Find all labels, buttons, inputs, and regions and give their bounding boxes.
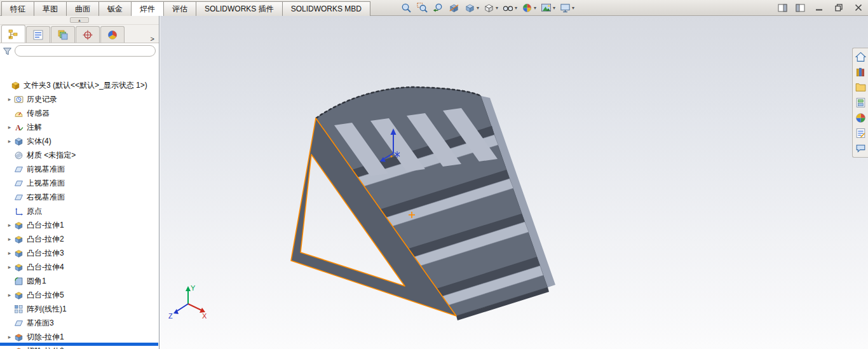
panel-tab-propertymanager[interactable] [26, 26, 50, 43]
ribbon-tab-features[interactable]: 特征 [1, 1, 34, 16]
tree-item-label: 切除-拉伸2 [27, 346, 64, 349]
minimize-button[interactable] [813, 2, 825, 13]
previous-view-button[interactable] [431, 1, 445, 15]
part-model[interactable] [291, 87, 555, 320]
taskpane-custom-properties-button[interactable] [854, 127, 867, 140]
tree-item-label: 凸台-拉伸3 [27, 248, 64, 259]
tree-item-annotations[interactable]: ▸A注解 [0, 120, 159, 134]
tree-item-part-name[interactable]: 文件夹3 (默认<<默认>_显示状态 1>) [0, 78, 159, 92]
tree-item-material[interactable]: 材质 <未指定> [0, 148, 159, 162]
view-palette-icon [855, 97, 867, 109]
tree-item-linear-pattern1[interactable]: 阵列(线性)1 [0, 302, 159, 316]
tree-item-fillet1[interactable]: 圆角1 [0, 274, 159, 288]
close-button[interactable] [853, 2, 864, 13]
panel-tab-featuremanager[interactable] [1, 25, 25, 43]
expand-arrow-icon[interactable]: ▸ [5, 124, 14, 130]
tree-item-cut-extrude1[interactable]: ▸切除-拉伸1 [0, 330, 159, 344]
dropdown-caret-icon: ▾ [515, 6, 517, 11]
cut-extrude-icon [14, 332, 24, 342]
selected-tree-row-partial[interactable] [0, 343, 158, 346]
tree-item-origin[interactable]: 原点 [0, 204, 159, 218]
pane-buttons [776, 2, 806, 13]
tree-item-label: 注解 [27, 122, 42, 133]
expand-arrow-icon[interactable]: ▸ [5, 222, 14, 228]
tree-item-boss-extrude5[interactable]: ▸凸台-拉伸5 [0, 288, 159, 302]
graphics-viewport[interactable]: Y X Z [160, 16, 868, 349]
tree-item-label: 文件夹3 (默认<<默认>_显示状态 1>) [24, 80, 147, 91]
tree-item-plane3[interactable]: 基准面3 [0, 316, 159, 330]
zoom-area-button[interactable] [415, 1, 430, 15]
tree-item-label: 基准面3 [27, 318, 54, 329]
panel-tabs-overflow-button[interactable]: > [151, 35, 154, 43]
tree-item-solid-bodies[interactable]: ▸实体(4) [0, 134, 159, 148]
tree-item-front-plane[interactable]: 前视基准面 [0, 162, 159, 176]
edit-appearance-button[interactable]: ▾ [520, 1, 538, 15]
taskpane-home-button[interactable] [854, 50, 867, 64]
expand-arrow-icon[interactable]: ▸ [5, 138, 14, 144]
pane-toggle-left-button[interactable] [776, 2, 788, 13]
display-style-button[interactable]: ▾ [482, 1, 499, 15]
hide-show-items-button[interactable]: ▾ [501, 1, 519, 15]
tree-item-history[interactable]: ▸历史记录 [0, 92, 159, 106]
triad-x-label: X [202, 312, 207, 320]
tree-item-boss-extrude4[interactable]: ▸凸台-拉伸4 [0, 260, 159, 274]
tree-item-label: 凸台-拉伸1 [27, 220, 64, 231]
expand-arrow-icon[interactable]: ▸ [5, 292, 14, 298]
expand-arrow-icon[interactable]: ▸ [5, 250, 14, 256]
window-controls [813, 2, 864, 13]
tree-item-boss-extrude1[interactable]: ▸凸台-拉伸1 [0, 218, 159, 232]
restore-button[interactable] [833, 2, 844, 13]
apply-scene-button[interactable]: ▾ [539, 1, 557, 15]
triad-y-label: Y [191, 284, 196, 292]
zoom-to-fit-button[interactable] [399, 1, 414, 15]
expand-arrow-icon[interactable]: ▸ [5, 334, 14, 340]
ribbon-tab-solidworks-mbd[interactable]: SOLIDWORKS MBD [282, 1, 370, 16]
tree-item-label: 凸台-拉伸5 [27, 290, 64, 301]
coordinate-triad: Y X Z [168, 284, 207, 320]
tree-item-top-plane[interactable]: 上视基准面 [0, 176, 159, 190]
tree-item-right-plane[interactable]: 右视基准面 [0, 190, 159, 204]
tree-item-boss-extrude2[interactable]: ▸凸台-拉伸2 [0, 232, 159, 246]
view-settings-button[interactable]: ▾ [558, 1, 576, 15]
panel-tab-displaymanager[interactable] [100, 26, 125, 43]
origin-icon [14, 207, 24, 216]
tree-item-sensors[interactable]: 传感器 [0, 106, 159, 120]
headsup-toolbar: ▾▾▾▾▾▾ [399, 1, 576, 15]
top-bar: 特征草图曲面钣金焊件评估SOLIDWORKS 插件SOLIDWORKS MBD … [0, 0, 868, 16]
section-view-icon [448, 2, 460, 14]
dropdown-caret-icon: ▾ [496, 6, 498, 11]
feature-tree: 文件夹3 (默认<<默认>_显示状态 1>)▸历史记录传感器▸A注解▸实体(4)… [0, 78, 159, 349]
ribbon-tab-surfaces[interactable]: 曲面 [66, 1, 99, 16]
pane-toggle-right-button[interactable] [794, 2, 806, 13]
ribbon-tab-weldments[interactable]: 焊件 [131, 1, 164, 16]
filter-row [0, 43, 159, 58]
taskpane-file-explorer-button[interactable] [854, 81, 867, 94]
view-orientation-icon [464, 2, 476, 14]
featuremanager-panel: ▴ > 文件夹3 (默认<<默认>_显示状态 1>)▸历史记录传感器▸A注解▸实… [0, 16, 159, 349]
taskpane-view-palette-button[interactable] [854, 96, 867, 109]
feature-filter-input[interactable] [15, 45, 156, 57]
panel-splitter-handle[interactable]: ▴ [70, 17, 89, 23]
expand-arrow-icon[interactable]: ▸ [5, 236, 14, 242]
tree-item-boss-extrude3[interactable]: ▸凸台-拉伸3 [0, 246, 159, 260]
ribbon-tab-sheet-metal[interactable]: 钣金 [98, 1, 132, 16]
ribbon-tab-solidworks-add-ins[interactable]: SOLIDWORKS 插件 [196, 1, 283, 16]
taskpane-design-library-button[interactable] [854, 65, 867, 79]
expand-arrow-icon[interactable]: ▸ [5, 264, 14, 270]
view-orientation-button[interactable]: ▾ [463, 1, 480, 15]
sensors-icon [14, 109, 24, 118]
expand-arrow-icon[interactable]: ▸ [5, 96, 14, 102]
panel-tab-dimxpertmanager[interactable] [76, 26, 100, 43]
panel-splitter: ▴ [0, 16, 159, 25]
taskpane-forum-button[interactable] [854, 142, 867, 155]
section-view-button[interactable] [447, 1, 461, 15]
taskpane-appearances-button[interactable] [854, 111, 867, 125]
boss-extrude-icon [14, 221, 24, 230]
ribbon-tab-sketch[interactable]: 草图 [34, 1, 67, 16]
dropdown-caret-icon: ▾ [477, 6, 479, 11]
file-explorer-icon [855, 81, 867, 93]
panel-tab-configurationmanager[interactable] [51, 26, 75, 43]
ribbon-tab-evaluate[interactable]: 评估 [163, 1, 196, 16]
boss-extrude-icon [14, 235, 24, 244]
history-icon [14, 95, 24, 104]
